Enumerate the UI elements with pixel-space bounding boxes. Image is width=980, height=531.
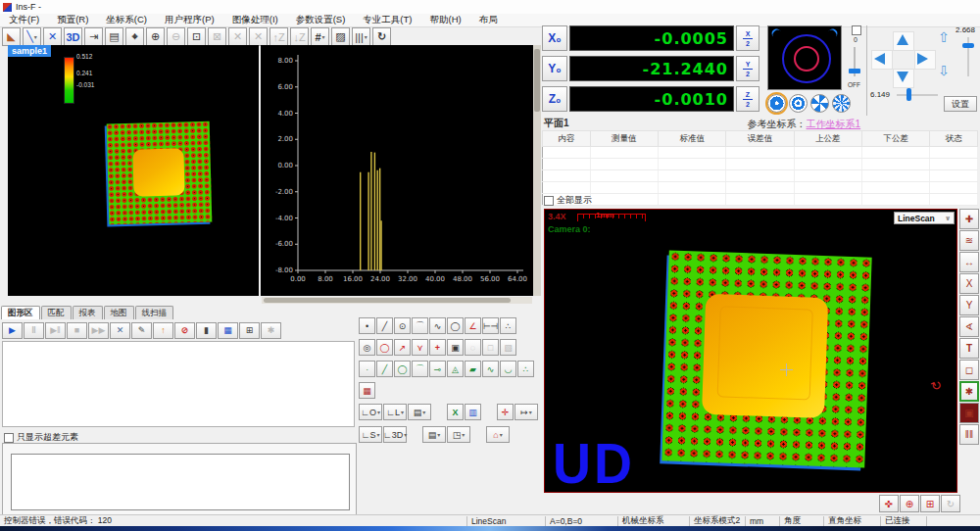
meas-distance-button[interactable]: ⊢⊣	[482, 317, 499, 334]
meas-line-button[interactable]: ╱	[376, 317, 393, 334]
stage-center-button[interactable]: ✜	[879, 495, 899, 512]
grid-table-button[interactable]: ▦	[218, 322, 238, 339]
show-all-checkbox-row[interactable]: 全部显示	[544, 194, 592, 207]
z-up-button[interactable]: ↑Z	[270, 27, 288, 46]
half-y-button[interactable]: Y2	[736, 56, 760, 81]
con-line-button[interactable]: ╱	[376, 361, 393, 377]
meas-arc-button[interactable]: ⌒	[412, 317, 428, 334]
wrench-settings-button[interactable]: ✕	[110, 322, 130, 339]
step-button[interactable]: ▶‖	[45, 322, 66, 339]
chart-horizontal-scrollbar[interactable]	[262, 297, 532, 304]
fast-forward-button[interactable]: ▶▶	[88, 322, 109, 339]
refresh-loop-button[interactable]: ↻	[372, 27, 391, 46]
cross-tool-button[interactable]: +	[429, 339, 446, 356]
xy-speed-track[interactable]	[897, 94, 938, 96]
y-measure-tool-button[interactable]: Y	[959, 295, 979, 315]
con-closed-curve-button[interactable]: ◡	[500, 361, 516, 377]
menu-item-3[interactable]: 用户程序(P)	[156, 14, 223, 26]
play-button[interactable]: ▶	[2, 322, 23, 339]
zoom-fit-button[interactable]: ⊠	[208, 27, 226, 46]
text-tool-button[interactable]: T	[959, 338, 979, 359]
barcode-tool-button[interactable]: ‖‖	[959, 424, 979, 445]
axis-label-y-button[interactable]: Y₀	[542, 56, 567, 81]
menu-item-6[interactable]: 专业工具(T)	[354, 14, 420, 26]
table-row[interactable]	[543, 159, 978, 170]
menu-item-0[interactable]: 文件(F)	[0, 14, 48, 26]
menu-item-4[interactable]: 图像处理(I)	[223, 14, 287, 26]
cs-3d-button[interactable]: ∟3D	[383, 426, 407, 443]
reference-cs-link[interactable]: 工作坐标系1	[807, 119, 861, 129]
meas-circle-button[interactable]: ⊙	[394, 317, 411, 334]
branch-tool-button[interactable]: ⋎	[412, 339, 428, 356]
skew-cross-tool-button[interactable]: ✚	[959, 209, 979, 229]
light-mode-ring-button[interactable]	[789, 94, 808, 113]
hatch-overlay-button[interactable]: ▨	[331, 27, 350, 46]
light-slider-thumb[interactable]	[849, 69, 860, 73]
camera-record-button[interactable]: ▣	[959, 403, 979, 423]
xy-speed-thumb[interactable]	[906, 88, 911, 101]
meas-angle-button[interactable]: ∠	[465, 317, 481, 334]
camera-mode-dropdown[interactable]: LineScan ∨	[894, 212, 955, 224]
sample-tree-item[interactable]: sample1	[8, 45, 51, 57]
import-program-button[interactable]: ⇥	[84, 27, 103, 46]
width-tool-button[interactable]: ↔	[959, 252, 979, 272]
pick-tool-button[interactable]: ↗	[394, 339, 411, 356]
cam-zoom-in-button[interactable]: ⊕	[900, 495, 919, 512]
light-mode-quadrant-button[interactable]	[810, 94, 829, 113]
meas-point-button[interactable]: •	[359, 317, 375, 334]
table-row[interactable]	[543, 182, 978, 194]
z-speed-thumb[interactable]	[962, 43, 974, 48]
upload-arrow-button[interactable]: ↑	[153, 322, 173, 339]
half-z-button[interactable]: Z2	[736, 86, 760, 112]
con-distance-button[interactable]: ⊸	[429, 361, 446, 377]
tab-0[interactable]: 图形区	[1, 306, 40, 319]
auto-focus-button[interactable]: ⌖	[125, 27, 144, 46]
camera-view[interactable]: 3.4X 1mm Camera 0: LineScan ∨ ↻ UD	[544, 209, 957, 493]
show-all-checkbox[interactable]	[544, 196, 554, 206]
tab-3[interactable]: 地图	[104, 306, 134, 319]
overlimit-checkbox[interactable]	[4, 433, 14, 443]
database-button[interactable]: ▮	[196, 322, 217, 339]
meas-ring-button[interactable]: ◯	[376, 339, 393, 356]
message-textbox[interactable]	[11, 454, 350, 510]
goto-home-button[interactable]: ⌂	[486, 426, 510, 443]
stage-goto-button[interactable]: ↦	[514, 404, 538, 420]
probe-tool-button[interactable]: ◣	[2, 27, 21, 46]
jog-settings-button[interactable]: 设置	[944, 96, 977, 112]
meas-closed-curve-button[interactable]: ◯	[447, 317, 464, 334]
light-mode-segment-button[interactable]	[832, 94, 851, 113]
axis-label-z-button[interactable]: Z₀	[542, 86, 567, 112]
con-curve-button[interactable]: ∿	[482, 361, 499, 377]
export-image-button[interactable]: ▤	[422, 426, 446, 443]
meas-concentric-button[interactable]: ◎	[359, 339, 375, 356]
menu-item-2[interactable]: 坐标系(C)	[97, 14, 156, 26]
half-x-button[interactable]: X2	[736, 25, 760, 51]
angle-tool-button[interactable]: ∢	[959, 316, 979, 337]
light-checkbox[interactable]	[852, 25, 861, 35]
cs-view-save-button[interactable]: ▤	[408, 404, 431, 420]
clear-x2-button[interactable]: ✕	[249, 27, 268, 46]
table-row[interactable]	[543, 194, 978, 206]
view-3d-button[interactable]: 3D	[64, 27, 82, 46]
menu-item-8[interactable]: 布局	[470, 14, 507, 26]
profile-bars-button[interactable]: |||	[352, 27, 370, 46]
edit-pencil-button[interactable]: ✎	[131, 322, 152, 339]
calendar-button[interactable]: ⊞	[239, 322, 260, 339]
con-arc-button[interactable]: ⌒	[412, 361, 428, 377]
edge-scan-tool-button[interactable]: ≋	[959, 230, 979, 251]
report-grid-button[interactable]: ▦	[359, 382, 375, 399]
z-up-arrow-button[interactable]: ⇧	[938, 29, 950, 45]
edit-tools-button[interactable]: ✕	[43, 27, 62, 46]
dash-circle-tool-button[interactable]: ◌	[465, 339, 481, 356]
light-mode-coaxial-button[interactable]	[767, 94, 786, 113]
region-tool-button[interactable]: ◻	[959, 360, 979, 380]
export-excel-button[interactable]: X	[447, 404, 464, 420]
tab-2[interactable]: 报表	[73, 306, 103, 319]
stage-center-cross-button[interactable]: ✛	[497, 404, 514, 420]
con-angle-button[interactable]: ◬	[447, 361, 464, 377]
x-measure-tool-button[interactable]: X	[959, 273, 979, 294]
menu-item-7[interactable]: 帮助(H)	[421, 14, 470, 26]
zoom-in-button[interactable]: ⊕	[146, 27, 165, 46]
cs-align-s-button[interactable]: ∟S	[359, 426, 382, 443]
con-circle-button[interactable]: ◯	[394, 361, 411, 377]
